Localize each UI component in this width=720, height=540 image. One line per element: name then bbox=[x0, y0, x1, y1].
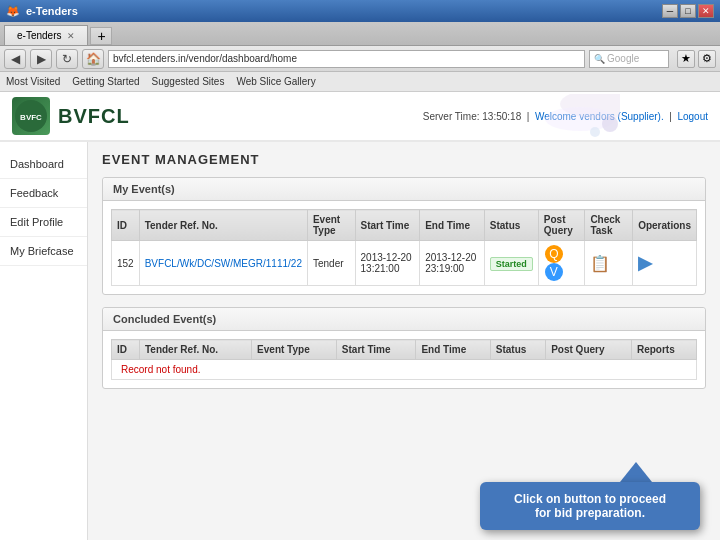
col-status: Status bbox=[484, 210, 538, 241]
svg-point-5 bbox=[590, 127, 600, 137]
ccol-tender-ref: Tender Ref. No. bbox=[139, 340, 251, 360]
concluded-events-section: Concluded Event(s) ID Tender Ref. No. Ev… bbox=[102, 307, 706, 389]
search-icon: 🔍 bbox=[594, 54, 605, 64]
ccol-event-type: Event Type bbox=[252, 340, 337, 360]
no-record-text: Record not found. bbox=[117, 360, 205, 379]
col-event-type: Event Type bbox=[307, 210, 355, 241]
cell-end-time: 2013-12-20 23:19:00 bbox=[420, 241, 485, 286]
toolbar-icons: ★ ⚙ bbox=[677, 50, 716, 68]
logo-text: BVFCL bbox=[58, 105, 130, 128]
sidebar-item-mybriefcase[interactable]: My Briefcase bbox=[0, 237, 87, 266]
home-btn[interactable]: 🏠 bbox=[82, 49, 104, 69]
forward-btn[interactable]: ▶ bbox=[30, 49, 52, 69]
ccol-id: ID bbox=[112, 340, 140, 360]
tools-icon[interactable]: ⚙ bbox=[698, 50, 716, 68]
cell-event-type: Tender bbox=[307, 241, 355, 286]
search-label: Google bbox=[607, 53, 639, 64]
tab-label: e-Tenders bbox=[17, 30, 61, 41]
status-badge: Started bbox=[490, 257, 533, 271]
address-bar[interactable]: bvfcl.etenders.in/vendor/dashboard/home bbox=[108, 50, 585, 68]
cell-tender-ref[interactable]: BVFCL/Wk/DC/SW/MEGR/1111/22 bbox=[139, 241, 307, 286]
tab-close-icon[interactable]: ✕ bbox=[67, 31, 75, 41]
site-header-wrapper: BVFC BVFCL Server Time: 13:50:18 | W bbox=[0, 93, 720, 142]
col-id: ID bbox=[112, 210, 140, 241]
page-wrapper: BVFC BVFCL Server Time: 13:50:18 | W bbox=[0, 93, 720, 540]
col-start-time: Start Time bbox=[355, 210, 420, 241]
cell-start-time: 2013-12-20 13:21:00 bbox=[355, 241, 420, 286]
ccol-reports: Reports bbox=[631, 340, 696, 360]
window-title: e-Tenders bbox=[26, 5, 78, 17]
tender-ref-link[interactable]: BVFCL/Wk/DC/SW/MEGR/1111/22 bbox=[145, 258, 302, 269]
active-tab[interactable]: e-Tenders ✕ bbox=[4, 25, 88, 45]
sidebar: Dashboard Feedback Edit Profile My Brief… bbox=[0, 142, 88, 540]
nav-bar: ◀ ▶ ↻ 🏠 bvfcl.etenders.in/vendor/dashboa… bbox=[0, 46, 720, 72]
cell-operations[interactable]: ▶ bbox=[633, 241, 697, 286]
window-controls: ─ □ ✕ bbox=[662, 4, 714, 18]
cell-id: 152 bbox=[112, 241, 140, 286]
ccol-end-time: End Time bbox=[416, 340, 490, 360]
col-post-query: Post Query bbox=[538, 210, 585, 241]
page-title: EVENT MANAGEMENT bbox=[102, 152, 706, 167]
cell-status: Started bbox=[484, 241, 538, 286]
no-record-row: Record not found. bbox=[112, 360, 697, 380]
bookmark-star-icon[interactable]: ★ bbox=[677, 50, 695, 68]
search-box[interactable]: 🔍 Google bbox=[589, 50, 669, 68]
my-events-content: ID Tender Ref. No. Event Type Start Time… bbox=[103, 201, 705, 294]
deco-svg bbox=[500, 94, 620, 142]
logo-brand: BVFCL bbox=[58, 105, 130, 128]
logo-area: BVFC BVFCL bbox=[12, 97, 130, 135]
bookmarks-bar: Most Visited Getting Started Suggested S… bbox=[0, 72, 720, 92]
col-end-time: End Time bbox=[420, 210, 485, 241]
browser-icon: 🦊 bbox=[6, 5, 20, 18]
tooltip-box: Click on button to proceed for bid prepa… bbox=[480, 482, 700, 530]
bookmark-getting-started[interactable]: Getting Started bbox=[72, 76, 139, 87]
reload-btn[interactable]: ↻ bbox=[56, 49, 78, 69]
bookmark-web-slice[interactable]: Web Slice Gallery bbox=[236, 76, 315, 87]
close-btn[interactable]: ✕ bbox=[698, 4, 714, 18]
logo-box: BVFC bbox=[12, 97, 50, 135]
query-orange-icon[interactable]: Q bbox=[545, 245, 563, 263]
table-row: 152 BVFCL/Wk/DC/SW/MEGR/1111/22 Tender 2… bbox=[112, 241, 697, 286]
sidebar-item-feedback[interactable]: Feedback bbox=[0, 179, 87, 208]
tooltip-arrow bbox=[620, 462, 652, 482]
operations-arrow-icon[interactable]: ▶ bbox=[638, 253, 652, 273]
minimize-btn[interactable]: ─ bbox=[662, 4, 678, 18]
new-tab-btn[interactable]: + bbox=[90, 27, 112, 45]
title-bar: 🦊 e-Tenders ─ □ ✕ bbox=[0, 0, 720, 22]
tooltip-line1: Click on button to proceed bbox=[514, 492, 666, 506]
query-blue-icon[interactable]: V bbox=[545, 263, 563, 281]
concluded-events-table: ID Tender Ref. No. Event Type Start Time… bbox=[111, 339, 697, 380]
col-tender-ref: Tender Ref. No. bbox=[139, 210, 307, 241]
ccol-status: Status bbox=[490, 340, 545, 360]
logo-svg: BVFC bbox=[13, 98, 49, 134]
no-record-cell: Record not found. bbox=[112, 360, 697, 380]
bookmark-suggested-sites[interactable]: Suggested Sites bbox=[152, 76, 225, 87]
svg-text:BVFC: BVFC bbox=[20, 113, 42, 122]
main-layout: Dashboard Feedback Edit Profile My Brief… bbox=[0, 142, 720, 540]
ccol-post-query: Post Query bbox=[546, 340, 632, 360]
maximize-btn[interactable]: □ bbox=[680, 4, 696, 18]
corner-decoration bbox=[500, 94, 620, 142]
tooltip-line2: for bid preparation. bbox=[535, 506, 645, 520]
content-area: EVENT MANAGEMENT My Event(s) ID Tender R… bbox=[88, 142, 720, 540]
check-task-icon[interactable]: 📋 bbox=[590, 255, 610, 272]
col-check-task: Check Task bbox=[585, 210, 633, 241]
cell-post-query: Q V bbox=[538, 241, 585, 286]
logout-link[interactable]: Logout bbox=[677, 111, 708, 122]
bookmark-most-visited[interactable]: Most Visited bbox=[6, 76, 60, 87]
my-events-table: ID Tender Ref. No. Event Type Start Time… bbox=[111, 209, 697, 286]
svg-point-4 bbox=[602, 116, 618, 132]
tooltip-container: Click on button to proceed for bid prepa… bbox=[480, 462, 700, 530]
cell-check-task: 📋 bbox=[585, 241, 633, 286]
sidebar-item-editprofile[interactable]: Edit Profile bbox=[0, 208, 87, 237]
concluded-events-header: Concluded Event(s) bbox=[103, 308, 705, 331]
col-operations: Operations bbox=[633, 210, 697, 241]
concluded-events-content: ID Tender Ref. No. Event Type Start Time… bbox=[103, 331, 705, 388]
my-events-header: My Event(s) bbox=[103, 178, 705, 201]
back-btn[interactable]: ◀ bbox=[4, 49, 26, 69]
my-events-section: My Event(s) ID Tender Ref. No. Event Typ… bbox=[102, 177, 706, 295]
site-header: BVFC BVFCL Server Time: 13:50:18 | W bbox=[0, 93, 720, 142]
address-text: bvfcl.etenders.in/vendor/dashboard/home bbox=[113, 53, 297, 64]
sidebar-item-dashboard[interactable]: Dashboard bbox=[0, 150, 87, 179]
ccol-start-time: Start Time bbox=[336, 340, 416, 360]
